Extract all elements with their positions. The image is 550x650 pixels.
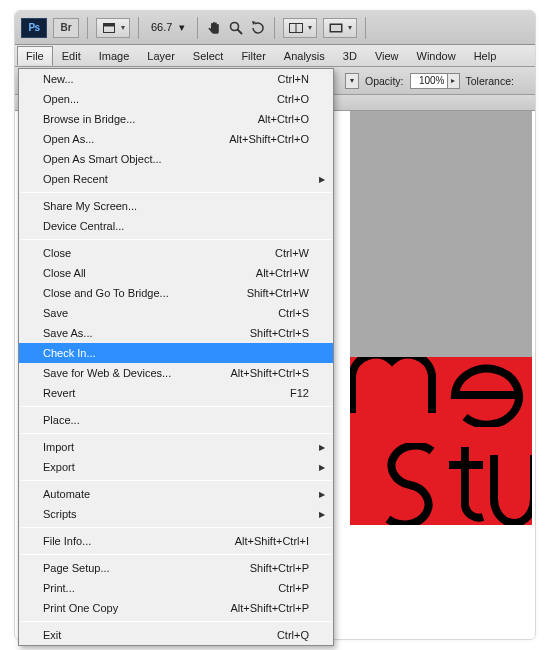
separator — [274, 17, 275, 39]
menu-item-automate[interactable]: Automate — [19, 484, 333, 504]
menu-image[interactable]: Image — [90, 46, 139, 66]
menu-item-label: Exit — [43, 629, 61, 641]
menu-item-shortcut: Shift+Ctrl+W — [247, 287, 309, 299]
menu-item-browse-in-bridge[interactable]: Browse in Bridge...Alt+Ctrl+O — [19, 109, 333, 129]
menu-item-exit[interactable]: ExitCtrl+Q — [19, 625, 333, 645]
menu-item-shortcut: Ctrl+N — [278, 73, 309, 85]
bridge-icon[interactable]: Br — [53, 18, 79, 38]
hand-tool-icon[interactable] — [206, 20, 222, 36]
menu-item-import[interactable]: Import — [19, 437, 333, 457]
menu-item-label: Print... — [43, 582, 75, 594]
menu-item-shortcut: Alt+Shift+Ctrl+I — [235, 535, 309, 547]
menu-window[interactable]: Window — [408, 46, 465, 66]
menu-item-shortcut: Ctrl+S — [278, 307, 309, 319]
menu-item-open-recent[interactable]: Open Recent — [19, 169, 333, 189]
menu-item-shortcut: Ctrl+W — [275, 247, 309, 259]
menu-item-place[interactable]: Place... — [19, 410, 333, 430]
menu-item-shortcut: Alt+Shift+Ctrl+P — [230, 602, 309, 614]
menu-item-label: Open Recent — [43, 173, 108, 185]
zoom-tool-icon[interactable] — [228, 20, 244, 36]
dropdown-arrow-icon[interactable]: ▾ — [345, 73, 359, 89]
opacity-field[interactable]: 100% — [410, 73, 448, 89]
menu-item-label: Device Central... — [43, 220, 124, 232]
menu-item-open-as-smart-object[interactable]: Open As Smart Object... — [19, 149, 333, 169]
glyph-s — [382, 443, 438, 525]
menubar: FileEditImageLayerSelectFilterAnalysis3D… — [15, 45, 535, 67]
glyph-t — [443, 443, 487, 523]
menu-item-label: Open As Smart Object... — [43, 153, 162, 165]
menu-item-print-one-copy[interactable]: Print One CopyAlt+Shift+Ctrl+P — [19, 598, 333, 618]
menu-separator — [21, 527, 331, 528]
menu-separator — [21, 621, 331, 622]
opacity-flyout-icon[interactable]: ▸ — [448, 73, 460, 89]
arrange-documents[interactable] — [283, 18, 317, 38]
screen-mode-icon — [328, 20, 344, 36]
menu-item-save-for-web-devices[interactable]: Save for Web & Devices...Alt+Shift+Ctrl+… — [19, 363, 333, 383]
menu-item-label: Share My Screen... — [43, 200, 137, 212]
menu-separator — [21, 239, 331, 240]
glyph-u — [488, 449, 532, 525]
menu-item-label: Scripts — [43, 508, 77, 520]
menu-item-shortcut: Ctrl+Q — [277, 629, 309, 641]
menu-view[interactable]: View — [366, 46, 408, 66]
glyph-e — [447, 357, 527, 427]
menu-item-label: Page Setup... — [43, 562, 110, 574]
menu-select[interactable]: Select — [184, 46, 233, 66]
menu-item-export[interactable]: Export — [19, 457, 333, 477]
svg-rect-1 — [104, 23, 115, 26]
menu-item-shortcut: Ctrl+O — [277, 93, 309, 105]
opacity-label: Opacity: — [365, 75, 404, 87]
menu-item-label: Save for Web & Devices... — [43, 367, 171, 379]
menu-item-shortcut: Alt+Ctrl+O — [258, 113, 309, 125]
menu-item-new[interactable]: New...Ctrl+N — [19, 69, 333, 89]
menu-item-shortcut: Shift+Ctrl+P — [250, 562, 309, 574]
menu-filter[interactable]: Filter — [232, 46, 274, 66]
menu-item-save[interactable]: SaveCtrl+S — [19, 303, 333, 323]
menu-item-close[interactable]: CloseCtrl+W — [19, 243, 333, 263]
layout-picker[interactable] — [96, 18, 130, 38]
menu-item-device-central[interactable]: Device Central... — [19, 216, 333, 236]
separator — [197, 17, 198, 39]
menu-file[interactable]: File — [17, 46, 53, 66]
menu-3d[interactable]: 3D — [334, 46, 366, 66]
screen-mode[interactable] — [323, 18, 357, 38]
menu-item-print[interactable]: Print...Ctrl+P — [19, 578, 333, 598]
menu-analysis[interactable]: Analysis — [275, 46, 334, 66]
menu-item-close-all[interactable]: Close AllAlt+Ctrl+W — [19, 263, 333, 283]
separator — [365, 17, 366, 39]
menu-edit[interactable]: Edit — [53, 46, 90, 66]
menu-item-close-and-go-to-bridge[interactable]: Close and Go To Bridge...Shift+Ctrl+W — [19, 283, 333, 303]
menu-item-save-as[interactable]: Save As...Shift+Ctrl+S — [19, 323, 333, 343]
menu-item-label: Revert — [43, 387, 75, 399]
canvas-gray-region — [350, 111, 532, 357]
zoom-value[interactable]: 66.7 ▾ — [147, 21, 189, 34]
menu-item-shortcut: Alt+Shift+Ctrl+S — [230, 367, 309, 379]
menu-help[interactable]: Help — [465, 46, 506, 66]
menu-separator — [21, 406, 331, 407]
menu-item-file-info[interactable]: File Info...Alt+Shift+Ctrl+I — [19, 531, 333, 551]
menu-separator — [21, 480, 331, 481]
menu-separator — [21, 433, 331, 434]
menu-item-label: Import — [43, 441, 74, 453]
photoshop-icon[interactable]: Ps — [21, 18, 47, 38]
menu-item-revert[interactable]: RevertF12 — [19, 383, 333, 403]
menu-item-share-my-screen[interactable]: Share My Screen... — [19, 196, 333, 216]
menu-item-label: Check In... — [43, 347, 96, 359]
menu-item-label: Close All — [43, 267, 86, 279]
canvas-red-artwork — [350, 357, 532, 525]
menu-item-open-as[interactable]: Open As...Alt+Shift+Ctrl+O — [19, 129, 333, 149]
menu-item-label: Print One Copy — [43, 602, 118, 614]
glyph-m — [350, 357, 440, 417]
menu-item-shortcut: F12 — [290, 387, 309, 399]
menu-item-page-setup[interactable]: Page Setup...Shift+Ctrl+P — [19, 558, 333, 578]
menu-item-label: Open... — [43, 93, 79, 105]
menu-layer[interactable]: Layer — [138, 46, 184, 66]
menu-item-label: Automate — [43, 488, 90, 500]
menu-item-open[interactable]: Open...Ctrl+O — [19, 89, 333, 109]
menu-item-scripts[interactable]: Scripts — [19, 504, 333, 524]
separator — [87, 17, 88, 39]
menu-item-check-in[interactable]: Check In... — [19, 343, 333, 363]
menu-item-label: File Info... — [43, 535, 91, 547]
file-menu-dropdown: New...Ctrl+NOpen...Ctrl+OBrowse in Bridg… — [18, 68, 334, 646]
rotate-view-icon[interactable] — [250, 20, 266, 36]
